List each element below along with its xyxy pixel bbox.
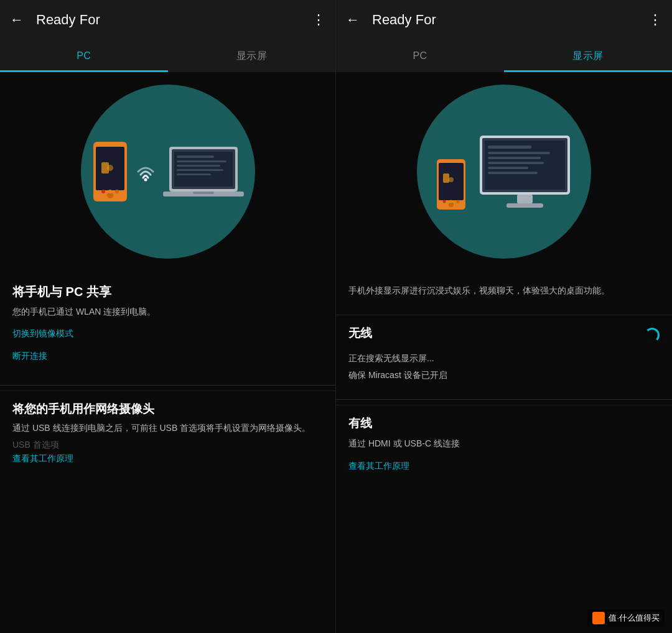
watermark: 值·什么值得买 bbox=[587, 609, 665, 627]
svg-rect-36 bbox=[517, 195, 533, 203]
wireless-hint: 确保 Miracast 设备已开启 bbox=[348, 368, 660, 382]
svg-point-5 bbox=[101, 190, 105, 193]
left-panel: ← Ready For ⋮ PC 显示屏 bbox=[0, 0, 336, 633]
wired-desc: 通过 HDMI 或 USB-C 线连接 bbox=[348, 437, 660, 450]
svg-rect-32 bbox=[488, 157, 541, 159]
laptop-svg bbox=[163, 144, 244, 199]
svg-point-8 bbox=[144, 178, 147, 182]
left-back-button[interactable]: ← bbox=[10, 13, 24, 27]
right-divider bbox=[336, 399, 672, 400]
left-how-link[interactable]: 查看其工作原理 bbox=[12, 451, 323, 466]
right-teal-bg bbox=[417, 85, 591, 259]
left-more-button[interactable]: ⋮ bbox=[312, 12, 325, 28]
svg-rect-18 bbox=[193, 192, 214, 194]
svg-rect-22 bbox=[443, 173, 449, 183]
right-content: 手机外接显示屏进行沉浸式娱乐，视频聊天，体验强大的桌面功能。 无线 正在搜索无线… bbox=[336, 72, 672, 633]
left-disconnect-link[interactable]: 断开连接 bbox=[12, 348, 323, 364]
svg-rect-30 bbox=[488, 146, 531, 149]
left-section-webcam: 将您的手机用作网络摄像头 通过 USB 线连接到电脑之后，可前往 USB 首选项… bbox=[0, 390, 335, 483]
right-section-desc: 手机外接显示屏进行沉浸式娱乐，视频聊天，体验强大的桌面功能。 bbox=[336, 271, 672, 315]
svg-rect-33 bbox=[488, 162, 544, 164]
right-title: Ready For bbox=[372, 12, 648, 28]
svg-rect-15 bbox=[177, 169, 223, 171]
svg-point-7 bbox=[115, 190, 119, 193]
left-usb-prefs-link: USB 首选项 bbox=[12, 440, 323, 451]
svg-rect-14 bbox=[177, 165, 220, 167]
left-tabs: PC 显示屏 bbox=[0, 40, 335, 72]
svg-point-4 bbox=[107, 165, 113, 171]
left-webcam-desc: 通过 USB 线连接到电脑之后，可前往 USB 首选项将手机设置为网络摄像头。 bbox=[12, 421, 323, 435]
svg-rect-37 bbox=[506, 203, 543, 208]
svg-point-6 bbox=[108, 190, 112, 193]
right-section-wireless: 无线 正在搜索无线显示屏... 确保 Miracast 设备已开启 bbox=[336, 315, 672, 394]
svg-rect-31 bbox=[488, 152, 550, 154]
pc-illustration bbox=[92, 141, 244, 203]
monitor-svg bbox=[477, 133, 573, 211]
svg-rect-35 bbox=[488, 172, 538, 174]
left-header: ← Ready For ⋮ bbox=[0, 0, 335, 40]
phone-svg bbox=[92, 141, 128, 203]
left-webcam-title: 将您的手机用作网络摄像头 bbox=[12, 401, 323, 417]
wired-title: 有线 bbox=[348, 415, 660, 432]
left-tab-pc[interactable]: PC bbox=[0, 40, 168, 72]
left-hero-area bbox=[0, 72, 335, 271]
right-tab-display[interactable]: 显示屏 bbox=[504, 40, 672, 72]
left-teal-bg bbox=[81, 85, 255, 259]
right-phone-svg bbox=[436, 158, 467, 211]
display-illustration bbox=[436, 133, 573, 211]
right-tab-pc[interactable]: PC bbox=[336, 40, 504, 72]
svg-point-26 bbox=[456, 200, 459, 203]
wired-how-link[interactable]: 查看其工作原理 bbox=[348, 458, 660, 474]
right-hero-area bbox=[336, 72, 672, 271]
svg-rect-12 bbox=[177, 155, 214, 158]
left-pc-share-title: 将手机与 PC 共享 bbox=[12, 284, 323, 300]
watermark-text: 值·什么值得买 bbox=[609, 612, 660, 624]
left-mirror-link[interactable]: 切换到镜像模式 bbox=[12, 326, 323, 341]
left-pc-share-desc: 您的手机已通过 WLAN 连接到电脑。 bbox=[12, 305, 323, 318]
svg-point-25 bbox=[449, 200, 452, 203]
right-section-wired: 有线 通过 HDMI 或 USB-C 线连接 查看其工作原理 bbox=[336, 405, 672, 490]
svg-point-23 bbox=[449, 177, 454, 182]
watermark-icon bbox=[592, 612, 605, 624]
left-title: Ready For bbox=[36, 12, 312, 28]
wireless-searching: 正在搜索无线显示屏... bbox=[348, 351, 660, 365]
left-tab-display[interactable]: 显示屏 bbox=[168, 40, 336, 72]
right-display-desc: 手机外接显示屏进行沉浸式娱乐，视频聊天，体验强大的桌面功能。 bbox=[348, 284, 660, 297]
svg-point-24 bbox=[442, 200, 446, 203]
left-content: 将手机与 PC 共享 您的手机已通过 WLAN 连接到电脑。 切换到镜像模式 断… bbox=[0, 72, 335, 633]
wireless-spinner bbox=[645, 328, 660, 343]
wireless-title: 无线 bbox=[348, 325, 372, 341]
wireless-header: 无线 bbox=[348, 325, 660, 345]
right-tabs: PC 显示屏 bbox=[336, 40, 672, 72]
wifi-svg bbox=[133, 159, 158, 184]
right-header: ← Ready For ⋮ bbox=[336, 0, 672, 40]
left-section-pc-share: 将手机与 PC 共享 您的手机已通过 WLAN 连接到电脑。 切换到镜像模式 断… bbox=[0, 271, 335, 380]
left-divider bbox=[0, 385, 335, 386]
right-back-button[interactable]: ← bbox=[346, 13, 360, 27]
svg-rect-34 bbox=[488, 167, 528, 169]
right-panel: ← Ready For ⋮ PC 显示屏 bbox=[336, 0, 672, 633]
right-more-button[interactable]: ⋮ bbox=[648, 12, 662, 28]
svg-rect-13 bbox=[177, 160, 226, 162]
svg-rect-16 bbox=[177, 173, 211, 175]
